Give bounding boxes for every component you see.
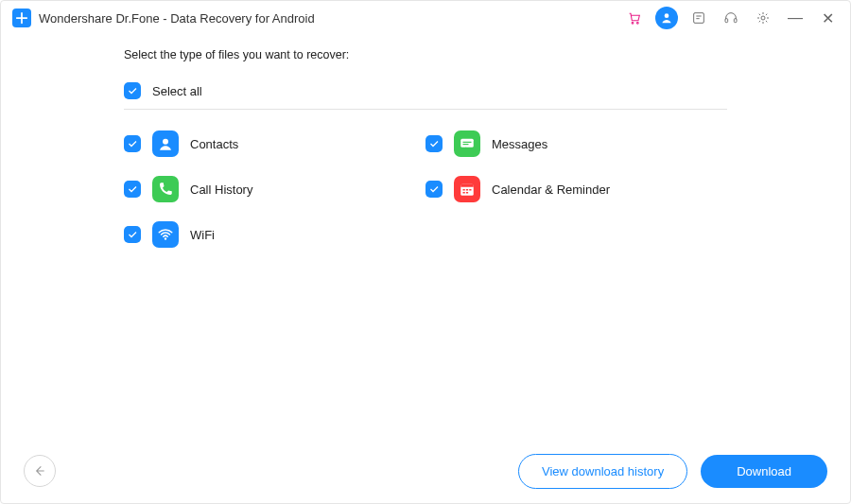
svg-rect-4	[725, 19, 728, 23]
svg-rect-10	[463, 142, 472, 143]
svg-point-2	[665, 13, 669, 18]
user-avatar-icon[interactable]	[655, 7, 678, 29]
window-title: Wondershare Dr.Fone - Data Recovery for …	[39, 11, 315, 26]
titlebar: Wondershare Dr.Fone - Data Recovery for …	[1, 1, 850, 35]
checkbox-call-history[interactable]	[124, 181, 141, 198]
close-button[interactable]: ✕	[816, 7, 839, 29]
call-history-icon	[152, 176, 179, 202]
filetype-label: WiFi	[190, 228, 215, 242]
svg-rect-3	[694, 13, 704, 24]
svg-rect-14	[463, 189, 465, 191]
select-all-checkbox[interactable]	[124, 82, 141, 99]
svg-rect-17	[463, 192, 465, 194]
filetype-item-calendar[interactable]: Calendar & Reminder	[426, 176, 727, 202]
svg-point-8	[165, 237, 166, 239]
checkbox-wifi[interactable]	[124, 226, 141, 243]
app-logo-icon	[12, 9, 31, 27]
back-button[interactable]	[24, 455, 56, 487]
instruction-text: Select the type of files you want to rec…	[124, 48, 727, 61]
view-download-history-button[interactable]: View download history	[518, 454, 687, 489]
checkbox-messages[interactable]	[426, 135, 443, 152]
support-headset-icon[interactable]	[720, 7, 742, 29]
filetype-label: Calendar & Reminder	[492, 182, 610, 197]
minimize-button[interactable]: —	[784, 7, 807, 29]
filetype-item-call-history[interactable]: Call History	[124, 176, 426, 202]
svg-point-6	[761, 16, 765, 20]
calendar-icon	[454, 176, 480, 202]
messages-icon	[454, 130, 480, 157]
svg-rect-16	[469, 189, 471, 191]
svg-rect-15	[466, 189, 468, 191]
download-button[interactable]: Download	[701, 455, 827, 488]
wifi-icon	[152, 221, 179, 248]
svg-point-1	[636, 22, 638, 24]
filetype-item-contacts[interactable]: Contacts	[124, 130, 426, 157]
select-all-label: Select all	[152, 84, 202, 98]
filetype-label: Call History	[190, 182, 252, 197]
svg-rect-9	[460, 139, 474, 148]
filetype-label: Contacts	[190, 137, 238, 151]
svg-point-0	[632, 22, 634, 24]
settings-gear-icon[interactable]	[752, 7, 774, 29]
filetype-label: Messages	[492, 137, 547, 151]
checkbox-calendar[interactable]	[426, 181, 443, 198]
filetype-item-wifi[interactable]: WiFi	[124, 221, 426, 248]
feedback-icon[interactable]	[687, 7, 710, 29]
svg-rect-18	[466, 192, 468, 194]
svg-rect-5	[734, 19, 737, 23]
svg-rect-11	[463, 144, 469, 145]
footer: View download history Download	[1, 439, 850, 503]
select-all-row[interactable]: Select all	[124, 82, 727, 110]
cart-icon[interactable]	[623, 7, 646, 29]
svg-rect-13	[460, 184, 474, 187]
filetype-item-messages[interactable]: Messages	[426, 130, 727, 157]
checkbox-contacts[interactable]	[124, 135, 141, 152]
main-content: Select the type of files you want to rec…	[1, 35, 850, 267]
svg-point-7	[163, 139, 168, 145]
contacts-icon	[152, 130, 179, 157]
